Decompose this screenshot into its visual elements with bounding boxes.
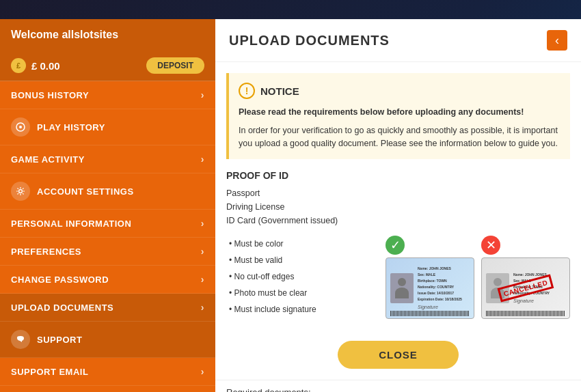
proof-requirements: Must be color Must be valid No cut-off e…: [226, 236, 375, 318]
bonus-history-label: BONUS HISTORY: [11, 90, 89, 100]
support-icon: [11, 330, 30, 349]
chevron-right-icon: ›: [201, 302, 204, 313]
sidebar-item-change-password[interactable]: CHANGE PASSWORD ›: [0, 266, 215, 294]
chevron-right-icon: ›: [201, 274, 204, 285]
sidebar-item-support-email[interactable]: SUPPORT EMAIL ›: [0, 358, 215, 386]
sidebar-item-account-settings[interactable]: ACCOUNT SETTINGS: [0, 173, 215, 210]
bad-icon: ✕: [481, 236, 500, 255]
proof-type-id: ID Card (Government issued): [226, 214, 570, 227]
upload-title: UPLOAD DOCUMENTS: [229, 33, 390, 48]
chevron-right-icon: ›: [201, 246, 204, 257]
id-examples: ✓ Name: JOHN JONES: [386, 236, 570, 319]
personal-info-label: PERSONAL INFORMATION: [11, 219, 131, 229]
id-barcode-bad: [486, 311, 565, 316]
sidebar-header: Welcome allslotsites: [0, 19, 215, 51]
sidebar-item-preferences[interactable]: PREFERENCES ›: [0, 238, 215, 266]
back-button[interactable]: ‹: [547, 30, 567, 51]
sidebar-item-game-activity[interactable]: GAME ACTIVITY ›: [0, 145, 215, 173]
req-photo: Photo must be clear: [226, 285, 375, 301]
bad-id-card: Name: JOHN JONES Sex: MALE Birthplace: T…: [481, 257, 570, 319]
good-id-wrapper: ✓ Name: JOHN JONES: [386, 236, 474, 319]
sidebar-item-personal-information[interactable]: PERSONAL INFORMATION ›: [0, 210, 215, 238]
sidebar-balance-row: £ £ 0.00 DEPOSIT: [0, 51, 215, 81]
chevron-right-icon: ›: [201, 89, 204, 100]
content-area: UPLOAD DOCUMENTS ‹ ! NOTICE Please read …: [215, 19, 581, 392]
bad-id-wrapper: ✕ Name: JOHN JONES: [481, 236, 570, 319]
close-section: CLOSE: [215, 330, 581, 380]
required-title: Required documents:: [226, 380, 570, 392]
notice-icon: !: [239, 83, 255, 99]
support-email-label: SUPPORT EMAIL: [11, 367, 88, 377]
play-history-label: PLAY HISTORY: [37, 122, 105, 132]
chevron-right-icon: ›: [201, 154, 204, 165]
support-label: SUPPORT: [37, 335, 82, 345]
coin-icon: £: [11, 58, 26, 73]
main-container: Welcome allslotsites £ £ 0.00 DEPOSIT BO…: [0, 19, 581, 392]
sidebar-item-play-history[interactable]: PLAY HISTORY: [0, 109, 215, 145]
proof-types-list: Passport Driving License ID Card (Govern…: [226, 186, 570, 227]
proof-main: Must be color Must be valid No cut-off e…: [226, 236, 570, 319]
notice-text1: Please read the requirements below befor…: [239, 106, 560, 119]
good-icon: ✓: [386, 236, 405, 255]
game-activity-label: GAME ACTIVITY: [11, 154, 85, 165]
notice-header: ! NOTICE: [239, 83, 560, 99]
balance-display: £ £ 0.00: [11, 58, 60, 73]
upload-body: ! NOTICE Please read the requirements be…: [215, 62, 581, 392]
sidebar-welcome: Welcome allslotsites: [11, 29, 118, 40]
change-password-label: CHANGE PASSWORD: [11, 275, 109, 285]
preferences-label: PREFERENCES: [11, 247, 81, 257]
required-section: Required documents:: [215, 380, 581, 392]
notice-box: ! NOTICE Please read the requirements be…: [226, 73, 570, 159]
svg-point-1: [19, 126, 22, 128]
sidebar-item-support[interactable]: SUPPORT: [0, 322, 215, 358]
svg-point-2: [19, 190, 23, 193]
account-settings-label: ACCOUNT SETTINGS: [37, 186, 134, 197]
deposit-button[interactable]: DEPOSIT: [146, 57, 204, 74]
chevron-right-icon: ›: [201, 218, 204, 229]
close-button[interactable]: CLOSE: [338, 341, 459, 369]
upload-header: UPLOAD DOCUMENTS ‹: [215, 19, 581, 62]
sidebar-item-bonus-history[interactable]: BONUS HISTORY ›: [0, 81, 215, 109]
settings-icon: [11, 182, 30, 201]
upload-documents-label: UPLOAD DOCUMENTS: [11, 303, 113, 313]
play-history-icon: [11, 117, 30, 137]
req-edges: No cut-off edges: [226, 268, 375, 285]
upload-panel: UPLOAD DOCUMENTS ‹ ! NOTICE Please read …: [215, 19, 581, 392]
good-id-card: Name: JOHN JONES Sex: MALE Birthplace: T…: [386, 257, 474, 319]
req-color: Must be color: [226, 236, 375, 252]
chevron-right-icon: ›: [201, 366, 204, 377]
req-valid: Must be valid: [226, 252, 375, 268]
sidebar-item-upload-documents[interactable]: UPLOAD DOCUMENTS ›: [0, 294, 215, 322]
id-barcode-good: [390, 311, 470, 316]
sidebar-item-chat[interactable]: CHAT ›: [0, 386, 215, 392]
id-photo-good: [390, 273, 414, 303]
balance-amount: £ 0.00: [31, 60, 60, 72]
sidebar-nav: BONUS HISTORY › PLAY HISTORY: [0, 81, 215, 392]
notice-title: NOTICE: [260, 85, 299, 97]
proof-type-passport: Passport: [226, 186, 570, 200]
sidebar: Welcome allslotsites £ £ 0.00 DEPOSIT BO…: [0, 19, 215, 392]
id-info-good: Name: JOHN JONES Sex: MALE Birthplace: T…: [418, 266, 470, 311]
proof-type-driving: Driving License: [226, 200, 570, 214]
proof-of-id-section: PROOF OF ID Passport Driving License ID …: [215, 170, 581, 330]
req-signature: Must include signature: [226, 301, 375, 318]
notice-text2: In order for your verification to go as …: [239, 124, 560, 150]
proof-of-id-title: PROOF OF ID: [226, 170, 570, 181]
